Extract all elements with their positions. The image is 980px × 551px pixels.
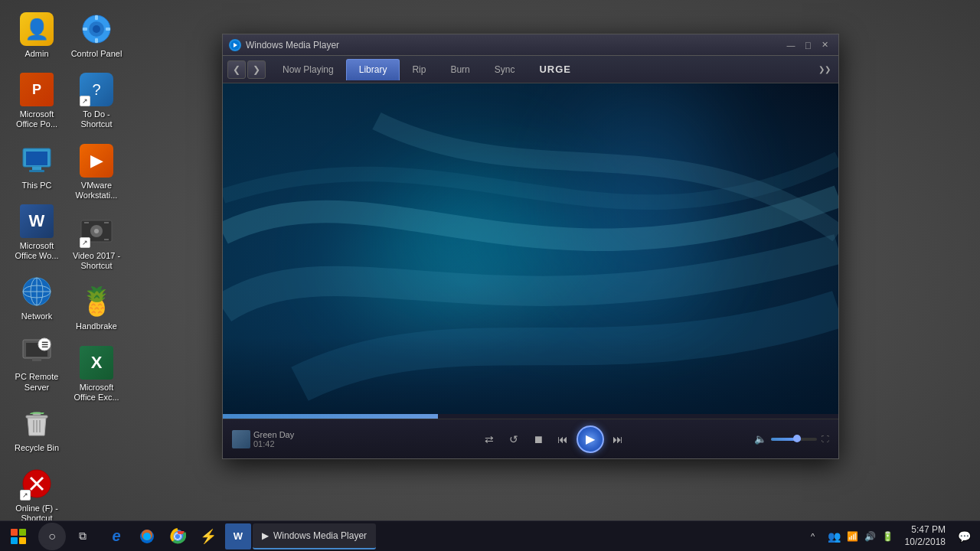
wmp-close-button[interactable]: ✕ xyxy=(817,38,832,52)
wmp-tabs: Now Playing Library Rip Burn Sync URGE xyxy=(270,59,815,80)
wmp-tab-now-playing[interactable]: Now Playing xyxy=(270,59,346,80)
taskbar-firefox-button[interactable] xyxy=(132,521,162,552)
icon-label-network: Network xyxy=(21,311,52,321)
tray-network-icon[interactable]: 📶 xyxy=(844,530,861,543)
wmp-prev-button[interactable]: ⏮ xyxy=(552,429,573,450)
svg-rect-28 xyxy=(83,28,87,31)
desktop-icon-network[interactable]: Network xyxy=(8,270,66,324)
icon-label-todo: To Do - Shortcut xyxy=(70,109,122,129)
wmp-maximize-button[interactable]: ⎕ xyxy=(800,38,815,52)
taskbar-search-button[interactable]: ○ xyxy=(38,523,66,550)
desktop-icon-word[interactable]: W Microsoft Office Wo... xyxy=(8,200,66,264)
desktop-icon-pc-remote[interactable]: ☰ PC Remote Server xyxy=(8,331,66,395)
wmp-repeat-button[interactable]: ↺ xyxy=(503,429,524,450)
desktop-icon-vmware[interactable]: ▶ VMware Workstati... xyxy=(67,139,126,204)
svg-rect-27 xyxy=(95,38,98,43)
desktop-icons-col2: Control Panel ? ↗ To Do - Shortcut ▶ V xyxy=(67,8,126,406)
wmp-next-button[interactable]: ⏭ xyxy=(607,429,629,450)
wmp-song-time: 01:42 xyxy=(253,439,294,448)
svg-rect-35 xyxy=(104,222,109,223)
icon-label-handbrake: Handbrake xyxy=(76,321,117,331)
desktop-icon-powerpoint[interactable]: P Microsoft Office Po... xyxy=(8,68,66,132)
icon-label-recycle-bin: Recycle Bin xyxy=(15,443,59,453)
svg-rect-33 xyxy=(84,222,89,223)
tray-people-icon[interactable]: 👥 xyxy=(825,529,843,544)
desktop: 👤 Admin P Microsoft Office Po... xyxy=(0,0,980,520)
wmp-tab-library[interactable]: Library xyxy=(346,59,400,80)
desktop-icon-video2017[interactable]: ↗ Video 2017 - Shortcut xyxy=(67,210,126,274)
icon-label-excel: Microsoft Office Exc... xyxy=(70,383,122,403)
wmp-minimize-button[interactable]: — xyxy=(783,38,799,52)
wmp-song-info: Green Day 01:42 xyxy=(232,430,370,448)
desktop-icon-admin[interactable]: 👤 Admin xyxy=(8,8,66,62)
desktop-icon-excel[interactable]: X Microsoft Office Exc... xyxy=(67,341,126,406)
svg-rect-29 xyxy=(106,28,110,31)
wmp-playback-controls: ⇄ ↺ ⏹ ⏮ ▶ ⏭ xyxy=(374,425,733,453)
wmp-mute-button[interactable]: 🔈 xyxy=(754,433,766,445)
wmp-tab-sync[interactable]: Sync xyxy=(482,59,528,80)
taskbar-wmp-item[interactable]: ▶ Windows Media Player xyxy=(253,523,376,549)
icon-label-vmware: VMware Workstati... xyxy=(70,181,122,201)
taskbar-wmp-icon: ▶ xyxy=(262,530,269,541)
wmp-titlebar: Windows Media Player — ⎕ ✕ xyxy=(223,34,838,56)
svg-rect-2 xyxy=(32,167,41,170)
desktop-icon-this-pc[interactable]: This PC xyxy=(8,139,66,194)
desktop-icon-control-panel[interactable]: Control Panel xyxy=(67,8,126,62)
clock-date: 10/2/2018 xyxy=(905,536,946,549)
wmp-window: Windows Media Player — ⎕ ✕ ❮ ❯ Now Playi… xyxy=(222,34,839,459)
desktop-icon-recycle-bin[interactable]: Recycle Bin xyxy=(8,402,66,456)
taskbar-chrome-button[interactable] xyxy=(162,521,193,552)
desktop-icon-handbrake[interactable]: 🍍 Handbrake xyxy=(67,280,126,334)
svg-point-32 xyxy=(94,229,99,233)
tray-volume-icon[interactable]: 🔊 xyxy=(862,530,878,543)
wmp-shuffle-button[interactable]: ⇄ xyxy=(479,429,500,450)
svg-point-25 xyxy=(93,25,100,33)
wmp-window-controls: — ⎕ ✕ xyxy=(783,38,832,52)
wmp-back-button[interactable]: ❮ xyxy=(227,60,246,79)
icon-label-video2017: Video 2017 - Shortcut xyxy=(70,251,122,271)
wmp-navbar: ❮ ❯ Now Playing Library Rip Burn Sync UR… xyxy=(223,56,838,83)
icon-label-admin: Admin xyxy=(24,49,48,59)
wmp-logo-icon xyxy=(229,39,241,51)
taskbar-app-button[interactable]: ⚡ xyxy=(193,521,224,552)
icon-label-this-pc: This PC xyxy=(21,181,51,191)
wmp-volume-thumb xyxy=(793,435,801,442)
wmp-stop-button[interactable]: ⏹ xyxy=(528,429,549,450)
svg-rect-1 xyxy=(26,152,47,165)
svg-rect-3 xyxy=(29,170,44,172)
start-icon xyxy=(11,529,26,544)
clock[interactable]: 5:47 PM 10/2/2018 xyxy=(899,524,952,548)
wmp-album-art xyxy=(232,430,250,448)
tray-show-hidden-button[interactable]: ^ xyxy=(804,521,822,552)
taskbar-wmp-label: Windows Media Player xyxy=(273,530,367,541)
tray-icons: 👥 📶 🔊 🔋 xyxy=(825,529,896,544)
svg-rect-11 xyxy=(32,358,41,361)
wmp-expand-button[interactable]: ⛶ xyxy=(822,435,829,443)
clock-time: 5:47 PM xyxy=(905,524,946,536)
start-button[interactable] xyxy=(0,521,37,552)
wmp-tab-rip[interactable]: Rip xyxy=(400,59,438,80)
wmp-nav-more-button[interactable]: ❯❯ xyxy=(815,65,834,73)
desktop-icon-online-f[interactable]: ↗ Online (F) - Shortcut xyxy=(8,462,66,527)
taskbar-word-button[interactable]: W xyxy=(225,523,251,549)
icon-label-word: Microsoft Office Wo... xyxy=(11,241,63,261)
wmp-forward-button[interactable]: ❯ xyxy=(247,60,266,79)
wmp-video-area xyxy=(223,83,838,414)
desktop-icon-todo[interactable]: ? ↗ To Do - Shortcut xyxy=(67,68,126,132)
svg-rect-26 xyxy=(95,15,98,20)
svg-point-40 xyxy=(143,533,151,540)
wmp-volume-slider[interactable] xyxy=(771,438,817,441)
svg-point-45 xyxy=(175,534,180,539)
taskbar-ie-button[interactable]: e xyxy=(101,521,132,552)
wmp-play-button[interactable]: ▶ xyxy=(577,425,604,453)
wmp-title: Windows Media Player xyxy=(246,40,783,51)
wmp-song-name: Green Day xyxy=(253,430,294,439)
tray-battery-icon[interactable]: 🔋 xyxy=(880,530,896,543)
desktop-icons: 👤 Admin P Microsoft Office Po... xyxy=(8,8,66,527)
wmp-tab-burn[interactable]: Burn xyxy=(438,59,482,80)
wmp-tab-urge[interactable]: URGE xyxy=(533,62,577,77)
wmp-volume-controls: 🔈 ⛶ xyxy=(737,433,829,445)
notification-center-button[interactable]: 💬 xyxy=(955,530,974,543)
taskbar-task-view-button[interactable]: ⧉ xyxy=(67,521,98,552)
icon-label-pc-remote: PC Remote Server xyxy=(11,372,63,392)
